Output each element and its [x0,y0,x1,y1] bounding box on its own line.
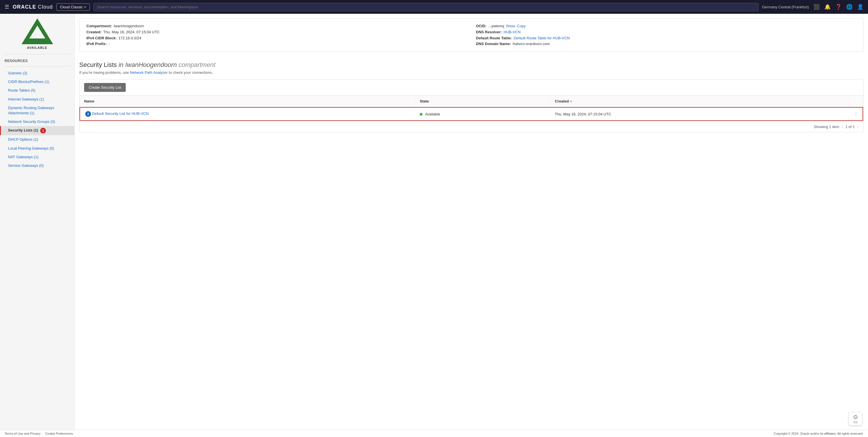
vcn-info-right: OCID: ...ywtemq Show Copy DNS Resolver: … [476,23,856,47]
default-route-link[interactable]: Default Route Table for HUB-VCN [514,35,570,41]
security-lists-table-area: Create Security List Name State Created … [79,79,863,132]
page-footer: Terms of Use and Privacy Cookie Preferen… [0,430,868,437]
table-row: 2 Default Security List for HUB-VCN Avai… [80,107,863,121]
row-actions-menu-icon[interactable]: ⋮ [854,111,859,117]
cell-name: 2 Default Security List for HUB-VCN [80,107,415,121]
created-value: Thu, May 16, 2024, 07:15:04 UTC [103,29,160,35]
sidebar-item-subnets[interactable]: Subnets (2) [0,69,74,77]
security-lists-table: Name State Created 2 Default Security Li… [80,96,863,121]
row-badge-2: 2 [85,111,91,117]
dns-domain-label: DNS Domain Name: [476,41,511,47]
terms-link[interactable]: Terms of Use and Privacy [5,432,40,435]
page-info: 1 of 1 [845,125,855,129]
help-icon[interactable]: ❓ [835,4,842,10]
table-footer: Showing 1 item ‹ 1 of 1 › [80,121,863,132]
sidebar-item-local-peering-gateways[interactable]: Local Peering Gateways (0) [0,144,74,153]
sidebar: AVAILABLE Resources Subnets (2) CIDR Blo… [0,14,74,437]
sidebar-item-service-gateways[interactable]: Service Gateways (0) [0,161,74,170]
dns-resolver-link[interactable]: HUB-VCN [503,29,520,35]
col-header-state: State [415,96,550,107]
sidebar-item-cidr-blocks[interactable]: CIDR Blocks/Prefixes (1) [0,77,74,86]
security-lists-title: Security Lists in IwanHoogendoorn compar… [79,61,863,69]
dns-domain-value: hubvcn.oraclevcn.com [513,41,550,47]
vcn-info-left: Compartment: IwanHoogendoorn Created: Th… [86,23,467,47]
compartment-row: Compartment: IwanHoogendoorn [86,23,467,29]
bell-icon[interactable]: 🔔 [825,4,831,10]
ipv6-label: IPv6 Prefix: [86,41,107,47]
sidebar-item-network-security-groups[interactable]: Network Security Groups (0) [0,118,74,126]
table-toolbar: Create Security List [80,80,863,96]
footer-left: Terms of Use and Privacy Cookie Preferen… [5,432,73,435]
region-selector[interactable]: Germany Central (Frankfurt) [762,5,809,9]
ipv4-label: IPv4 CIDR Block: [86,35,117,41]
globe-icon[interactable]: 🌐 [846,4,852,10]
sidebar-item-nat-gateways[interactable]: NAT Gateways (1) [0,153,74,161]
network-path-analyzer-link[interactable]: Network Path Analyzer [130,70,168,75]
section-subtitle: If you're having problems, use Network P… [79,70,863,75]
main-content: Compartment: IwanHoogendoorn Created: Th… [74,14,868,437]
page-prev-icon[interactable]: ‹ [842,124,843,129]
default-route-label: Default Route Table: [476,35,512,41]
terminal-icon[interactable]: ⬛ [813,4,820,10]
cookie-preferences-link[interactable]: Cookie Preferences [45,432,73,435]
dns-domain-row: DNS Domain Name: hubvcn.oraclevcn.com [476,41,856,47]
nav-right-area: Germany Central (Frankfurt) ⬛ 🔔 ❓ 🌐 👤 [762,4,863,10]
ocid-copy-link[interactable]: Copy [517,23,526,29]
state-dot-available [420,113,423,116]
help-widget-grid-icon: ⠿⠿ [854,421,857,424]
sidebar-item-internet-gateways[interactable]: Internet Gateways (1) [0,95,74,104]
compartment-value: IwanHoogendoorn [114,23,144,29]
default-route-row: Default Route Table: Default Route Table… [476,35,856,41]
showing-items-label: Showing 1 item [814,125,839,129]
resources-label: Resources [0,57,74,64]
ocid-label: OCID: [476,23,487,29]
hamburger-menu-icon[interactable]: ☰ [5,4,9,10]
cell-created: Thu, May 16, 2024, 07:15:04 UTC [550,107,849,121]
created-label: Created: [86,29,102,35]
sidebar-item-security-lists[interactable]: Security Lists (1) 1 [0,126,74,135]
copyright-text: Copyright © 2024, Oracle and/or its affi… [774,432,863,435]
sidebar-item-dhcp-options[interactable]: DHCP Options (1) [0,135,74,144]
user-icon[interactable]: 👤 [857,4,863,10]
ocid-row: OCID: ...ywtemq Show Copy [476,23,856,29]
security-lists-badge: 1 [40,128,46,133]
ocid-value: ...ywtemq [488,23,504,29]
page-next-icon[interactable]: › [857,124,859,129]
col-header-actions [849,96,863,107]
create-security-list-button[interactable]: Create Security List [84,83,126,92]
help-widget[interactable]: ⊙ ⠿⠿ [848,412,862,426]
top-navigation: ☰ ORACLE Cloud Cloud Classic > Germany C… [0,0,868,14]
dns-resolver-label: DNS Resolver: [476,29,502,35]
vcn-status-icon-area: AVAILABLE [0,19,74,50]
state-value: Available [425,112,440,116]
security-list-name-link[interactable]: Default Security List for HUB-VCN [92,112,149,116]
ocid-show-link[interactable]: Show [506,23,515,29]
cell-row-actions[interactable]: ⋮ [849,107,863,121]
cell-state: Available [415,107,550,121]
help-widget-icon: ⊙ [853,413,858,420]
vcn-info-panel: Compartment: IwanHoogendoorn Created: Th… [79,19,863,52]
search-input[interactable] [93,3,758,11]
oracle-logo: ORACLE Cloud [12,4,53,10]
col-header-created[interactable]: Created [550,96,849,107]
sidebar-item-route-tables[interactable]: Route Tables (5) [0,86,74,95]
dns-resolver-row: DNS Resolver: HUB-VCN [476,29,856,35]
cloud-classic-button[interactable]: Cloud Classic > [56,3,90,11]
ipv6-value: - [108,41,110,47]
col-header-name: Name [80,96,415,107]
vcn-triangle-icon [22,19,53,44]
ipv6-row: IPv6 Prefix: - [86,41,467,47]
created-row: Created: Thu, May 16, 2024, 07:15:04 UTC [86,29,467,35]
compartment-label: Compartment: [86,23,112,29]
vcn-info-grid: Compartment: IwanHoogendoorn Created: Th… [86,23,856,47]
sidebar-item-drg-attachments[interactable]: Dynamic Routing Gateways Attachments (1) [0,104,74,118]
section-title-area: Security Lists in IwanHoogendoorn compar… [74,57,868,77]
ipv4-value: 172.16.0.0/24 [118,35,141,41]
page-wrapper: AVAILABLE Resources Subnets (2) CIDR Blo… [0,14,868,437]
ipv4-row: IPv4 CIDR Block: 172.16.0.0/24 [86,35,467,41]
vcn-available-status: AVAILABLE [27,46,47,50]
table-header-row: Name State Created [80,96,863,107]
